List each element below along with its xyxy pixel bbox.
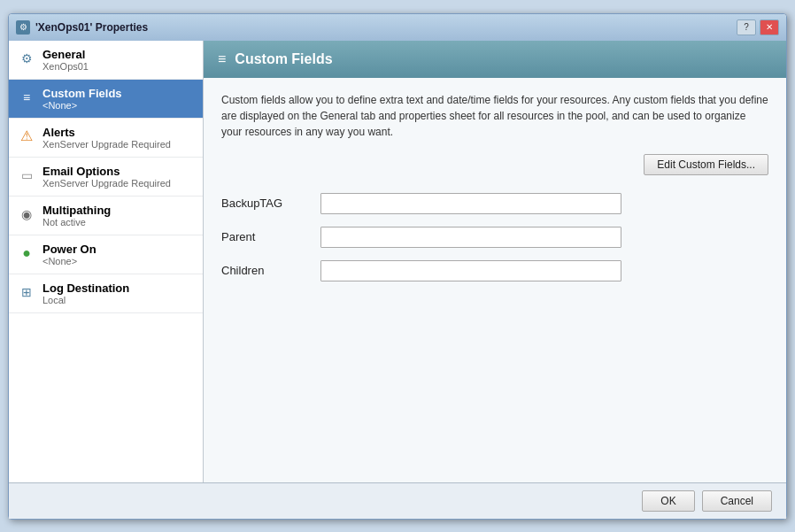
field-label-backup-tag: BackupTAG: [221, 197, 310, 210]
titlebar-buttons: ? ✕: [737, 19, 779, 35]
general-label: General: [42, 48, 89, 61]
section-header-icon: ≡: [218, 51, 226, 67]
sidebar-item-multipathing[interactable]: ◉MultipathingNot active: [9, 197, 203, 235]
custom-fields-sublabel: <None>: [42, 100, 122, 111]
alerts-text: AlertsXenServer Upgrade Required: [42, 126, 171, 150]
field-label-children: Children: [221, 264, 310, 277]
section-header: ≡ Custom Fields: [204, 41, 786, 78]
window-body: ⚙GeneralXenOps01≡Custom Fields<None>⚠Ale…: [9, 41, 786, 482]
field-input-parent[interactable]: [320, 227, 621, 248]
custom-fields-label: Custom Fields: [42, 87, 122, 100]
window-title: 'XenOps01' Properties: [35, 21, 148, 34]
properties-window: ⚙ 'XenOps01' Properties ? ✕ ⚙GeneralXenO…: [8, 13, 787, 520]
sidebar-item-log-destination[interactable]: ⊞Log DestinationLocal: [9, 274, 203, 313]
log-destination-icon: ⊞: [18, 283, 35, 301]
power-on-label: Power On: [42, 243, 96, 256]
help-button[interactable]: ?: [737, 19, 756, 35]
alerts-icon: ⚠: [18, 127, 35, 145]
description-text: Custom fields allow you to define extra …: [221, 92, 768, 140]
field-row-backup-tag: BackupTAG: [221, 193, 768, 214]
field-input-children[interactable]: [320, 260, 621, 281]
custom-fields-icon: ≡: [18, 89, 35, 106]
email-options-label: Email Options: [42, 165, 171, 178]
alerts-label: Alerts: [42, 126, 171, 139]
power-on-sublabel: <None>: [42, 256, 96, 266]
close-button[interactable]: ✕: [760, 19, 779, 35]
general-text: GeneralXenOps01: [42, 48, 89, 72]
field-row-children: Children: [221, 260, 768, 281]
sidebar: ⚙GeneralXenOps01≡Custom Fields<None>⚠Ale…: [9, 41, 204, 482]
field-input-backup-tag[interactable]: [320, 193, 621, 214]
ok-button[interactable]: OK: [642, 490, 694, 512]
general-sublabel: XenOps01: [42, 61, 89, 72]
bottom-bar: OK Cancel: [9, 482, 786, 519]
log-destination-text: Log DestinationLocal: [42, 281, 129, 305]
edit-custom-fields-button[interactable]: Edit Custom Fields...: [644, 154, 768, 175]
titlebar-left: ⚙ 'XenOps01' Properties: [16, 20, 148, 35]
log-destination-label: Log Destination: [42, 281, 129, 295]
titlebar: ⚙ 'XenOps01' Properties ? ✕: [9, 14, 786, 41]
main-content: ≡ Custom Fields Custom fields allow you …: [204, 41, 786, 482]
log-destination-sublabel: Local: [42, 295, 129, 305]
field-row-parent: Parent: [221, 227, 768, 248]
general-icon: ⚙: [18, 50, 35, 67]
custom-fields-text: Custom Fields<None>: [42, 87, 122, 111]
alerts-sublabel: XenServer Upgrade Required: [42, 139, 171, 150]
cancel-button[interactable]: Cancel: [702, 490, 772, 512]
field-label-parent: Parent: [221, 230, 310, 243]
email-options-text: Email OptionsXenServer Upgrade Required: [42, 165, 171, 189]
sidebar-item-alerts[interactable]: ⚠AlertsXenServer Upgrade Required: [9, 119, 203, 158]
edit-button-row: Edit Custom Fields...: [221, 154, 768, 175]
multipathing-text: MultipathingNot active: [42, 204, 111, 227]
multipathing-label: Multipathing: [42, 204, 111, 217]
sidebar-item-power-on[interactable]: ●Power On<None>: [9, 235, 203, 274]
multipathing-icon: ◉: [18, 205, 35, 223]
email-options-sublabel: XenServer Upgrade Required: [42, 178, 171, 189]
content-area: Custom fields allow you to define extra …: [204, 78, 786, 482]
section-header-title: Custom Fields: [235, 51, 332, 67]
sidebar-item-email-options[interactable]: ▭Email OptionsXenServer Upgrade Required: [9, 158, 203, 197]
window-icon: ⚙: [16, 20, 30, 35]
sidebar-item-general[interactable]: ⚙GeneralXenOps01: [9, 41, 203, 80]
email-options-icon: ▭: [18, 166, 35, 184]
power-on-text: Power On<None>: [42, 243, 96, 266]
sidebar-item-custom-fields[interactable]: ≡Custom Fields<None>: [9, 80, 203, 119]
multipathing-sublabel: Not active: [42, 217, 111, 227]
power-on-icon: ●: [18, 244, 35, 262]
fields-container: BackupTAGParentChildren: [221, 193, 768, 281]
